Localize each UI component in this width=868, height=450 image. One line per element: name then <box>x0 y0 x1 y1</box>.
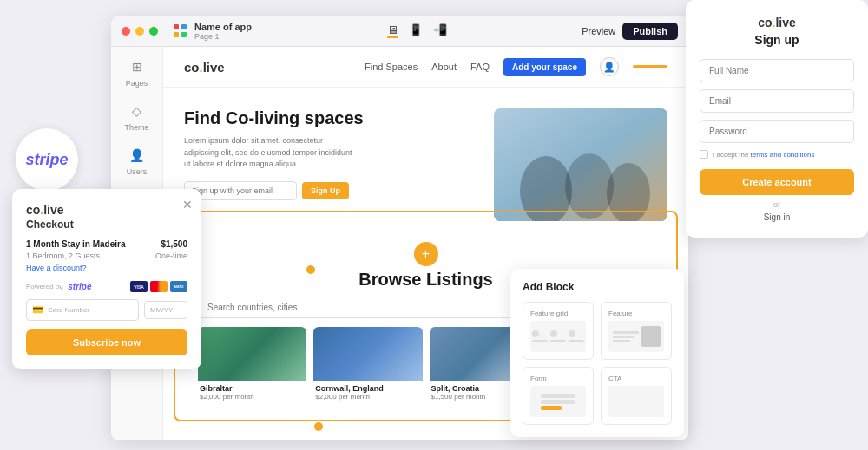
app-icon <box>174 24 187 38</box>
checkout-payment-type: One-time <box>155 251 187 260</box>
block-grid: Feature grid Feature <box>523 302 672 425</box>
subscribe-button[interactable]: Subscribe now <box>26 329 187 355</box>
checkout-discount-link[interactable]: Have a discount? <box>26 264 187 272</box>
block-card-feature-grid[interactable]: Feature grid <box>523 302 594 360</box>
listing-price-1: $2,000 per month <box>315 393 420 401</box>
checkout-item-name: 1 Month Stay in Madeira <box>26 239 125 249</box>
signin-link[interactable]: Sign in <box>700 212 854 222</box>
block-feature-preview <box>608 321 664 352</box>
listing-info-0: Gibraltar $2,000 per month <box>198 381 306 404</box>
block-card-cta[interactable]: CTA <box>601 367 672 425</box>
hero-left: Find Co-living spaces Lorem ipsum dolor … <box>184 108 473 221</box>
tablet-icon[interactable]: 📱 <box>409 23 423 38</box>
sidebar-item-theme[interactable]: ◇ Theme <box>124 101 148 132</box>
create-account-button[interactable]: Create account <box>700 169 854 195</box>
grid-dot-2 <box>550 330 557 337</box>
feature-line-1 <box>613 331 639 334</box>
sidebar-item-pages[interactable]: ⊞ Pages <box>126 57 148 88</box>
hero-section: Find Co-living spaces Lorem ipsum dolor … <box>163 88 688 235</box>
terms-link[interactable]: terms and conditions <box>751 151 815 159</box>
block-feature-grid-preview <box>530 321 586 352</box>
block-card-form[interactable]: Form <box>523 367 594 425</box>
theme-label: Theme <box>124 123 148 132</box>
hero-title: Find Co-living spaces <box>184 108 473 128</box>
mastercard-icon <box>150 281 168 292</box>
add-block-panel: Add Block Feature grid Feature <box>510 269 684 437</box>
minimize-dot[interactable] <box>135 27 144 36</box>
form-btn <box>541 406 562 410</box>
grid-preview <box>532 330 584 342</box>
nav-about[interactable]: About <box>431 62 457 72</box>
feature-image-rect <box>641 326 661 347</box>
checkout-guests-row: 1 Bedroom, 2 Guests One-time <box>26 251 187 260</box>
hero-image-svg <box>494 108 667 221</box>
svg-point-3 <box>607 163 650 221</box>
checkout-title: Checkout <box>26 218 187 231</box>
card-expiry-placeholder: MM/YY <box>150 306 173 314</box>
signup-heading: Sign up <box>700 33 854 47</box>
or-divider: or <box>700 200 854 209</box>
powered-by-label: Powered by <box>26 283 62 290</box>
icon-cell-4 <box>181 32 187 37</box>
toolbar-center: 🖥 📱 📲 <box>257 23 576 38</box>
card-input-row: 💳 Card Number MM/YY <box>26 299 187 321</box>
card-expiry-input[interactable]: MM/YY <box>144 301 187 319</box>
app-name-label: Name of app <box>194 22 252 32</box>
publish-button[interactable]: Publish <box>622 23 678 40</box>
signup-password-input[interactable] <box>700 120 854 143</box>
nav-progress-bar <box>633 65 667 68</box>
nav-find-spaces[interactable]: Find Spaces <box>365 62 418 72</box>
hero-signup-button[interactable]: Sign Up <box>302 182 349 199</box>
signup-panel: co.live Sign up I accept the terms and c… <box>686 0 868 238</box>
terms-checkbox[interactable] <box>700 150 708 159</box>
listing-image-0 <box>198 327 306 381</box>
nav-faq[interactable]: FAQ <box>470 62 490 72</box>
preview-button[interactable]: Preview <box>582 26 615 36</box>
pages-label: Pages <box>126 79 148 88</box>
listing-city-1: Cornwall, England <box>315 384 420 393</box>
desktop-icon[interactable]: 🖥 <box>387 23 398 38</box>
block-cta-label: CTA <box>608 375 664 382</box>
terms-row: I accept the terms and conditions <box>700 150 854 159</box>
card-number-placeholder: Card Number <box>48 306 89 314</box>
block-card-feature[interactable]: Feature <box>601 302 672 360</box>
feature-line-2 <box>613 336 634 338</box>
sidebar-item-users[interactable]: 👤 Users <box>127 146 148 176</box>
feature-line-3 <box>613 340 630 342</box>
powered-by-row: Powered by stripe VISA AMEX <box>26 281 187 292</box>
stripe-text: stripe <box>25 151 68 169</box>
card-number-input[interactable]: 💳 Card Number <box>26 299 139 321</box>
mobile-icon[interactable]: 📲 <box>433 23 447 38</box>
grid-line-1 <box>532 340 548 342</box>
listing-info-1: Cornwall, England $2,000 per month <box>313 381 422 404</box>
user-avatar-icon[interactable]: 👤 <box>600 57 619 76</box>
listing-image-1 <box>313 327 422 381</box>
checkout-close-button[interactable]: ✕ <box>182 198 193 212</box>
form-lines <box>541 394 575 410</box>
signup-email-input[interactable] <box>700 89 854 113</box>
stripe-logo-badge: stripe <box>16 128 78 191</box>
card-icons: VISA AMEX <box>130 281 187 292</box>
maximize-dot[interactable] <box>149 27 158 36</box>
pages-icon: ⊞ <box>128 57 147 76</box>
checkout-logo: co.live <box>26 203 187 217</box>
stripe-powered-badge: stripe <box>68 282 91 291</box>
checkout-guests: 1 Bedroom, 2 Guests <box>26 251 100 260</box>
block-feature-grid-label: Feature grid <box>530 310 586 317</box>
close-dot[interactable] <box>122 27 130 36</box>
connector-dot-bottom <box>314 422 323 431</box>
grid-line-2 <box>550 340 566 342</box>
app-page-label: Page 1 <box>194 32 252 41</box>
grid-line-3 <box>569 340 584 342</box>
feature-lines <box>613 331 639 342</box>
add-block-title: Add Block <box>523 281 672 293</box>
block-form-label: Form <box>530 375 586 382</box>
amex-icon: AMEX <box>170 281 187 292</box>
form-input-1 <box>541 394 575 398</box>
browse-plus-button[interactable]: + <box>414 242 438 266</box>
nav-add-space-button[interactable]: Add your space <box>503 58 586 76</box>
svg-point-2 <box>565 153 614 219</box>
signup-fullname-input[interactable] <box>700 59 854 82</box>
grid-dot-3 <box>569 330 575 337</box>
visa-icon: VISA <box>130 281 148 292</box>
